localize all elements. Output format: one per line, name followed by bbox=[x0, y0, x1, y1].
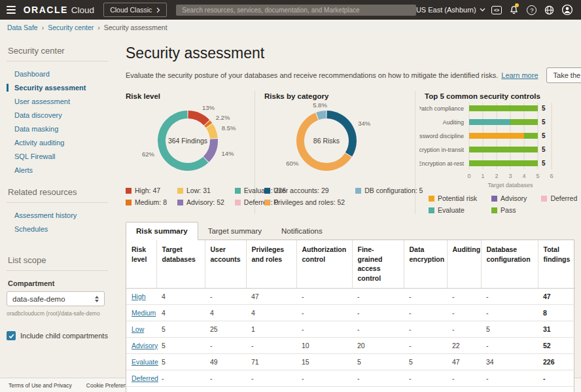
donut-segment-medium bbox=[207, 123, 209, 125]
region-selector[interactable]: US East (Ashburn) bbox=[416, 6, 485, 14]
risk-level-link-low[interactable]: Low bbox=[132, 325, 144, 333]
footer-link-terms-of-use-and-privacy[interactable]: Terms of Use and Privacy bbox=[9, 382, 72, 389]
search-input[interactable] bbox=[176, 5, 416, 16]
risk-level-link-deferred[interactable]: Deferred bbox=[132, 374, 158, 382]
risk-level-link-medium[interactable]: Medium bbox=[132, 309, 156, 317]
tab-target-summary[interactable]: Target summary bbox=[198, 223, 272, 240]
table-cell: 4 bbox=[156, 304, 205, 321]
table-cell: - bbox=[352, 304, 404, 321]
legend-swatch bbox=[491, 207, 497, 213]
donut-pct-label: 2.2% bbox=[216, 114, 230, 121]
help-icon[interactable]: ? bbox=[525, 3, 538, 17]
table-cell: 47 bbox=[538, 288, 575, 304]
table-row-low: Low5251----531 bbox=[126, 321, 575, 337]
tab-notifications[interactable]: Notifications bbox=[272, 223, 332, 240]
breadcrumb-link-security-center[interactable]: Security center bbox=[48, 24, 94, 31]
table-cell: - bbox=[404, 304, 447, 321]
legend-item-deferred: Deferred bbox=[541, 194, 577, 202]
legend-item-pass: Pass bbox=[491, 206, 527, 214]
legend-swatch bbox=[126, 200, 132, 205]
page: ORACLE Cloud Cloud Classic US East (Ashb… bbox=[0, 0, 581, 392]
tab-risk-summary[interactable]: Risk summary bbox=[126, 222, 198, 240]
risk-summary-table: Risk levelTarget databasesUser accountsP… bbox=[126, 240, 575, 392]
sidebar-item-security-assessment[interactable]: Security assessment bbox=[7, 84, 108, 92]
table-cell: - bbox=[296, 304, 352, 321]
legend-label: Potential risk bbox=[438, 194, 477, 202]
bar-segment-evaluate bbox=[469, 119, 510, 125]
breadcrumb-link-data-safe[interactable]: Data Safe bbox=[7, 24, 38, 31]
table-cell: - bbox=[246, 337, 296, 353]
content: Security centerDashboardSecurity assessm… bbox=[0, 35, 581, 378]
include-child-compartments-row: Include child compartments bbox=[7, 331, 108, 340]
topbar: ORACLE Cloud Cloud Classic US East (Ashb… bbox=[0, 0, 581, 20]
legend-swatch bbox=[491, 196, 497, 202]
legend-swatch bbox=[177, 200, 183, 205]
bar-segment-pass bbox=[524, 133, 538, 139]
sidebar-item-data-discovery[interactable]: Data discovery bbox=[7, 111, 108, 119]
donut-pct-label: 8.5% bbox=[222, 124, 236, 132]
table-cell: 1 bbox=[246, 321, 296, 337]
sidebar-item-dashboard[interactable]: Dashboard bbox=[7, 70, 108, 78]
cloud-classic-label: Cloud Classic bbox=[110, 6, 152, 14]
avatar-glyph bbox=[561, 4, 573, 16]
legend-swatch bbox=[264, 188, 270, 194]
donut-pct-label: 5.8% bbox=[313, 101, 327, 109]
take-the-tour-button[interactable]: Take the tour bbox=[546, 67, 581, 83]
notifications-bell-icon[interactable] bbox=[508, 3, 520, 17]
bar-value-label: 5 bbox=[542, 132, 546, 139]
sidebar-item-activity-auditing[interactable]: Activity auditing bbox=[7, 139, 108, 147]
legend-swatch bbox=[541, 196, 547, 202]
risk-level-link-high[interactable]: High bbox=[132, 293, 146, 300]
legend-label: DB configuration: 5 bbox=[364, 187, 423, 194]
risks-by-category-chart-section: Risks by category 34%60%5.8%86 Risks Use… bbox=[255, 91, 415, 214]
table-foot: Displaying 6 risk levels bbox=[126, 386, 575, 392]
table-cell: 8 bbox=[538, 304, 575, 321]
risk-level-cell: Medium bbox=[126, 304, 156, 321]
table-cell: - bbox=[447, 304, 481, 321]
donut-center-label: 86 Risks bbox=[313, 137, 340, 145]
sidebar-item-sql-firewall[interactable]: SQL Firewall bbox=[7, 152, 108, 160]
checkbox-label: Include child compartments bbox=[20, 332, 108, 340]
sidebar-item-data-masking[interactable]: Data masking bbox=[7, 125, 108, 133]
sidebar-item-schedules[interactable]: Schedules bbox=[7, 225, 108, 233]
legend-swatch bbox=[429, 196, 434, 202]
column-header-target-databases: Target databases bbox=[156, 240, 205, 288]
table-cell: 47 bbox=[246, 288, 296, 304]
table-cell: - bbox=[404, 337, 447, 353]
x-tick-label: 6 bbox=[550, 173, 553, 179]
legend-item-privileges-and-roles-52: Privileges and roles: 52 bbox=[264, 198, 345, 206]
table-cell: 25 bbox=[205, 321, 246, 337]
learn-more-link[interactable]: Learn more bbox=[501, 71, 538, 79]
logo-oracle-text: ORACLE bbox=[24, 5, 68, 15]
legend-item-high-47: High: 47 bbox=[126, 187, 167, 194]
bar-value-label: 5 bbox=[542, 118, 546, 126]
table-cell: 226 bbox=[538, 353, 575, 370]
legend-label: Advisory: 52 bbox=[186, 198, 224, 206]
table-cell: - bbox=[205, 337, 246, 353]
sidebar-item-alerts[interactable]: Alerts bbox=[7, 166, 108, 174]
globe-icon[interactable] bbox=[543, 3, 555, 17]
risk-level-link-evaluate[interactable]: Evaluate bbox=[132, 358, 158, 366]
sidebar-nav: Security centerDashboardSecurity assessm… bbox=[7, 46, 108, 233]
sidebar-item-user-assessment[interactable]: User assessment bbox=[7, 98, 108, 105]
cloud-classic-button[interactable]: Cloud Classic bbox=[103, 3, 167, 17]
region-label: US East (Ashburn) bbox=[416, 6, 476, 14]
cloud-shell-icon[interactable]: <> bbox=[491, 3, 503, 17]
x-tick-label: 0 bbox=[467, 173, 470, 179]
legend-label: Low: 31 bbox=[186, 187, 211, 194]
legend-label: Privileges and roles: 52 bbox=[273, 198, 345, 206]
tabs: Risk summaryTarget summaryNotifications bbox=[126, 222, 569, 240]
hamburger-menu-icon[interactable] bbox=[7, 6, 16, 14]
table-cell: 22 bbox=[447, 337, 481, 353]
risk-level-link-advisory[interactable]: Advisory bbox=[132, 342, 158, 349]
divider bbox=[7, 61, 108, 62]
include-child-compartments-checkbox[interactable] bbox=[7, 331, 16, 340]
legend-label: Medium: 8 bbox=[135, 198, 167, 206]
compartment-select[interactable]: data-safe-demo bbox=[7, 291, 105, 306]
x-tick-label: 1 bbox=[481, 173, 484, 179]
sidebar-item-assessment-history[interactable]: Assessment history bbox=[7, 211, 108, 219]
user-avatar-icon[interactable] bbox=[561, 3, 573, 17]
risk-level-cell: Low bbox=[126, 321, 156, 337]
x-tick-label: 4 bbox=[522, 173, 525, 179]
legend-item-db-configuration-5: DB configuration: 5 bbox=[355, 187, 423, 194]
